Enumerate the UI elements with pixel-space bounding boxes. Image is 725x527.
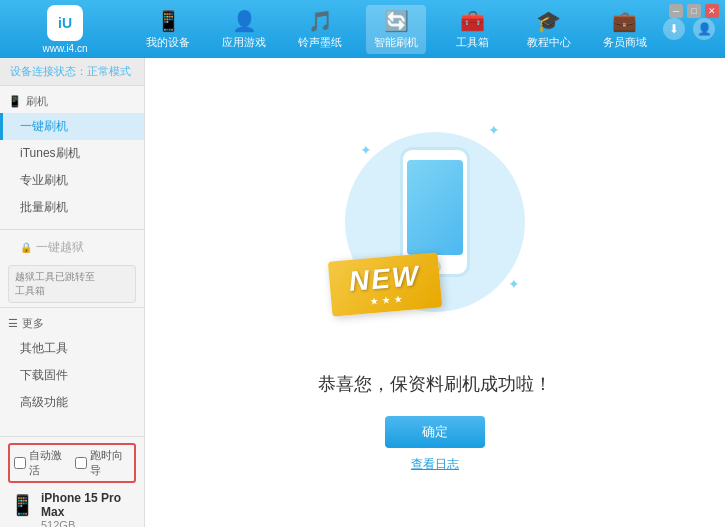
flash-section-header: 📱 刷机 — [0, 90, 144, 113]
flash-section: 📱 刷机 一键刷机 iTunes刷机 专业刷机 批量刷机 — [0, 86, 144, 225]
minimize-button[interactable]: ─ — [669, 4, 683, 18]
user-button[interactable]: 👤 — [693, 18, 715, 40]
nav-smart-flash-icon: 🔄 — [384, 9, 409, 33]
time-guide-input[interactable] — [75, 457, 87, 469]
sidebar-divider-1 — [0, 229, 144, 230]
flash-section-label: 刷机 — [26, 94, 48, 109]
logo-area: iU www.i4.cn — [0, 5, 130, 54]
success-message: 恭喜您，保资料刷机成功啦！ — [318, 372, 552, 396]
status-label: 设备连接状态： — [10, 65, 87, 77]
nav-item-toolbox[interactable]: 🧰 工具箱 — [443, 5, 503, 54]
nav-toolbox-icon: 🧰 — [460, 9, 485, 33]
jailbreak-label: 一键越狱 — [36, 239, 84, 256]
nav-item-my-device[interactable]: 📱 我的设备 — [138, 5, 198, 54]
auto-activate-label: 自动激活 — [29, 448, 69, 478]
flash-icon: 📱 — [8, 95, 22, 108]
main-layout: 设备连接状态：正常模式 📱 刷机 一键刷机 iTunes刷机 专业刷机 批量刷机… — [0, 58, 725, 527]
time-guide-checkbox[interactable]: 跑时向导 — [75, 448, 130, 478]
auto-activate-input[interactable] — [14, 457, 26, 469]
more-icon: ☰ — [8, 317, 18, 330]
nav-smart-flash-label: 智能刷机 — [374, 35, 418, 50]
more-section-header: ☰ 更多 — [0, 312, 144, 335]
nav-tutorial-icon: 🎓 — [536, 9, 561, 33]
sidebar-item-batch-flash[interactable]: 批量刷机 — [0, 194, 144, 221]
sidebar-divider-2 — [0, 307, 144, 308]
auto-activate-checkbox[interactable]: 自动激活 — [14, 448, 69, 478]
lock-icon: 🔒 — [20, 242, 32, 253]
sidebar-bottom: 自动激活 跑时向导 📱 iPhone 15 Pro Max 512GB iPho… — [0, 436, 144, 527]
nav-ringtones-icon: 🎵 — [308, 9, 333, 33]
logo-icon: iU — [47, 5, 83, 41]
sidebar-item-one-key-flash[interactable]: 一键刷机 — [0, 113, 144, 140]
log-link[interactable]: 查看日志 — [411, 456, 459, 473]
sidebar-item-other-tools[interactable]: 其他工具 — [0, 335, 144, 362]
new-text: NEW — [348, 260, 422, 298]
sidebar-item-itunes-flash[interactable]: iTunes刷机 — [0, 140, 144, 167]
status-bar: 设备连接状态：正常模式 — [0, 58, 144, 86]
header-right: ⬇ 👤 — [663, 18, 725, 40]
device-item: 📱 iPhone 15 Pro Max 512GB iPhone — [8, 487, 136, 527]
sidebar-item-download-firmware[interactable]: 下载固件 — [0, 362, 144, 389]
nav-my-device-icon: 📱 — [156, 9, 181, 33]
close-button[interactable]: ✕ — [705, 4, 719, 18]
nav-apps-games-icon: 👤 — [232, 9, 257, 33]
nav-apps-games-label: 应用游戏 — [222, 35, 266, 50]
sparkle-1: ✦ — [360, 142, 372, 158]
nav-item-smart-flash[interactable]: 🔄 智能刷机 — [366, 5, 426, 54]
sidebar-item-jailbreak: 🔒 一键越狱 — [0, 234, 144, 261]
maximize-button[interactable]: □ — [687, 4, 701, 18]
time-guide-label: 跑时向导 — [90, 448, 130, 478]
phone-screen — [407, 160, 463, 255]
nav-bar: 📱 我的设备 👤 应用游戏 🎵 铃声墨纸 🔄 智能刷机 🧰 工具箱 🎓 — [130, 5, 663, 54]
nav-business-icon: 💼 — [612, 9, 637, 33]
main-content: ✦ ✦ ✦ NEW ★ ★ ★ 恭喜您，保资料刷机成功啦！ — [145, 58, 725, 527]
nav-item-tutorial[interactable]: 🎓 教程中心 — [519, 5, 579, 54]
nav-item-apps-games[interactable]: 👤 应用游戏 — [214, 5, 274, 54]
nav-my-device-label: 我的设备 — [146, 35, 190, 50]
sparkle-3: ✦ — [508, 276, 520, 292]
sidebar-item-pro-flash[interactable]: 专业刷机 — [0, 167, 144, 194]
more-section-label: 更多 — [22, 316, 44, 331]
device-storage: 512GB — [41, 519, 134, 527]
app-header: iU www.i4.cn 📱 我的设备 👤 应用游戏 🎵 铃声墨纸 🔄 智能刷机 — [0, 0, 725, 58]
window-controls: ─ □ ✕ — [669, 4, 719, 18]
checkbox-row: 自动激活 跑时向导 — [8, 443, 136, 483]
device-name: iPhone 15 Pro Max — [41, 491, 134, 519]
confirm-button[interactable]: 确定 — [385, 416, 485, 448]
jailbreak-notice: 越狱工具已跳转至工具箱 — [8, 265, 136, 303]
new-banner-shape: NEW ★ ★ ★ — [328, 252, 442, 316]
phone-illustration: ✦ ✦ ✦ NEW ★ ★ ★ — [325, 112, 545, 352]
nav-ringtones-label: 铃声墨纸 — [298, 35, 342, 50]
device-info: iPhone 15 Pro Max 512GB iPhone — [41, 491, 134, 527]
status-value: 正常模式 — [87, 65, 131, 77]
sidebar: 设备连接状态：正常模式 📱 刷机 一键刷机 iTunes刷机 专业刷机 批量刷机… — [0, 58, 145, 527]
nav-toolbox-label: 工具箱 — [456, 35, 489, 50]
nav-item-business[interactable]: 💼 务员商域 — [595, 5, 655, 54]
sparkle-2: ✦ — [488, 122, 500, 138]
nav-item-ringtones[interactable]: 🎵 铃声墨纸 — [290, 5, 350, 54]
logo-text: www.i4.cn — [42, 43, 87, 54]
new-banner: NEW ★ ★ ★ — [330, 257, 440, 312]
download-button[interactable]: ⬇ — [663, 18, 685, 40]
device-icon: 📱 — [10, 493, 35, 517]
nav-business-label: 务员商域 — [603, 35, 647, 50]
sidebar-item-advanced[interactable]: 高级功能 — [0, 389, 144, 416]
nav-tutorial-label: 教程中心 — [527, 35, 571, 50]
